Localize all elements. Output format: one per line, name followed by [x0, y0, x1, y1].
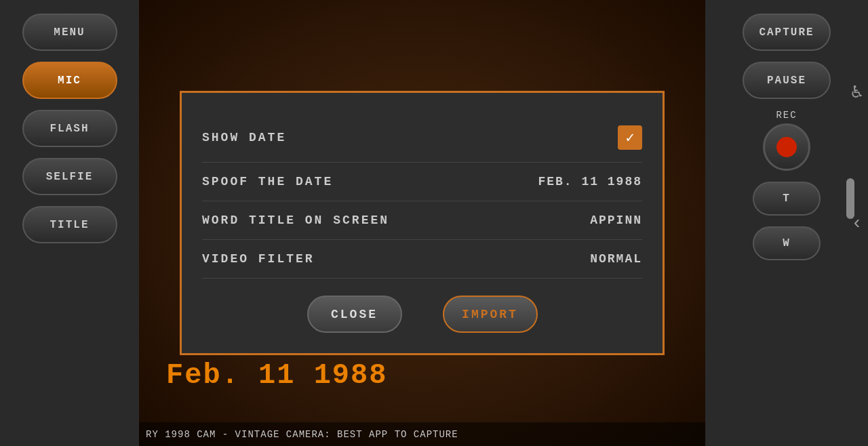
selfie-button[interactable]: SELFIE	[22, 158, 117, 195]
menu-button[interactable]: MENU	[22, 14, 117, 51]
spoof-date-value: FEB. 11 1988	[538, 175, 642, 188]
pause-button[interactable]: PAUSE	[743, 62, 831, 99]
settings-dialog: SHOW DATE SPOOF THE DATE FEB. 11 1988 WO…	[180, 91, 665, 355]
word-title-row[interactable]: WORD TITLE ON SCREEN APPINN	[202, 201, 642, 240]
video-filter-label: VIDEO FILTER	[202, 252, 315, 266]
spoof-date-row[interactable]: SPOOF THE DATE FEB. 11 1988	[202, 163, 642, 201]
word-title-label: WORD TITLE ON SCREEN	[202, 214, 389, 227]
word-title-value: APPINN	[590, 214, 642, 227]
capture-button[interactable]: CAPTURE	[743, 14, 831, 51]
show-date-checkbox[interactable]	[618, 125, 642, 150]
title-button[interactable]: TITLE	[22, 206, 117, 243]
mic-button[interactable]: MIC	[22, 62, 117, 99]
spoof-date-label: SPOOF THE DATE	[202, 175, 333, 188]
rec-label: REC	[776, 110, 797, 121]
t-button[interactable]: T	[753, 182, 821, 216]
rec-container: REC	[763, 110, 810, 171]
right-sidebar: CAPTURE PAUSE REC ♿ T W ‹	[705, 0, 868, 446]
video-filter-value: NORMAL	[590, 252, 642, 266]
close-button[interactable]: CLOSE	[307, 296, 402, 333]
rec-dot	[776, 137, 797, 157]
dialog-buttons: CLOSE IMPORT	[202, 296, 642, 333]
chevron-left-icon[interactable]: ‹	[846, 207, 868, 239]
w-button[interactable]: W	[753, 226, 821, 260]
flash-button[interactable]: FLASH	[22, 110, 117, 147]
import-button[interactable]: IMPORT	[443, 296, 538, 333]
dialog-overlay: SHOW DATE SPOOF THE DATE FEB. 11 1988 WO…	[139, 0, 705, 446]
left-sidebar: MENU MIC FLASH SELFIE TITLE	[0, 0, 139, 446]
rec-button[interactable]	[763, 123, 810, 171]
show-date-row: SHOW DATE	[202, 113, 642, 163]
accessibility-icon: ♿	[846, 75, 868, 108]
video-filter-row[interactable]: VIDEO FILTER NORMAL	[202, 240, 642, 279]
show-date-label: SHOW DATE	[202, 131, 286, 144]
